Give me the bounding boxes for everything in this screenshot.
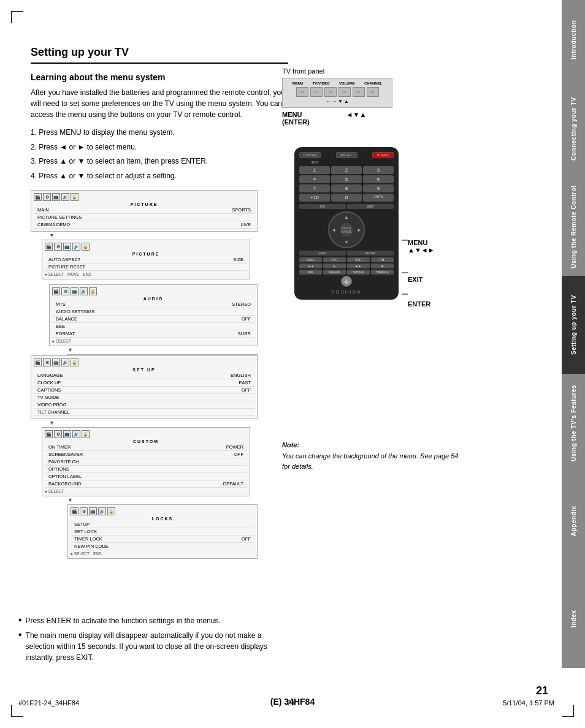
remote-recall-btn[interactable]: RECALL: [336, 152, 358, 158]
bullet-item-2: • The main menu display will disappear a…: [18, 630, 276, 663]
diagram-setup-row-tiltchannel: TILT CHANNEL: [34, 409, 254, 416]
model-label: (E) 34HF84: [270, 697, 315, 707]
menu-enter-label: MENU(ENTER): [282, 111, 310, 126]
exit-annotation: EXIT: [408, 276, 422, 283]
icon-picture-2: 🎬: [45, 243, 53, 251]
footer-left-text: #01E21-24_34HF84: [18, 699, 79, 707]
diagram-setup-row-videoprog: VIDEO PROG: [34, 401, 254, 409]
diagram-picture-nested-row1: AUTO ASPECTSIZE: [45, 256, 247, 264]
diagram-locks-footer: ● SELECTEND: [71, 552, 254, 556]
remote-btn-0[interactable]: 0: [331, 194, 362, 202]
diagram-locks-row-timerlock: TIMER LOCKOFF: [71, 536, 254, 543]
remote-power-circle[interactable]: ⏻: [341, 276, 352, 287]
remote-nav-left[interactable]: ◄: [331, 227, 336, 233]
tv-front-panel-label: TV front panel: [282, 67, 392, 75]
remote-btn-5[interactable]: 5: [331, 175, 362, 183]
remote-btn-6[interactable]: 6: [363, 175, 394, 183]
remote-btn-1[interactable]: 1: [299, 166, 330, 174]
diagram-picture-row-settings: PICTURE SETTINGS: [34, 214, 254, 221]
icon-setup-3: ⚙: [61, 287, 69, 295]
diagram-custom-header: CUSTOM: [45, 439, 247, 444]
icon-lock-5: 🔒: [71, 358, 78, 366]
sidebar-tab-setting[interactable]: Setting up your TV: [562, 276, 585, 374]
remote-exit-btn[interactable]: EXIT: [299, 251, 346, 256]
sidebar-tab-appendix[interactable]: Appendix: [562, 472, 585, 570]
diagram-setup-row-language: LANGUAGEENGLISH: [34, 372, 254, 379]
remote-btn-ch[interactable]: CH/TN: [363, 194, 394, 202]
bullet-text-1: Press ENTER to activate the function set…: [26, 615, 221, 626]
remote-nav-right[interactable]: ►: [357, 227, 362, 233]
diagram-picture-nested-footer: ● SELECTMOVEEND: [45, 272, 247, 276]
remote-rew[interactable]: ◄◄: [299, 264, 322, 268]
diagram-locks-row-setup: SETUP: [71, 521, 254, 528]
bullet-dot-1: •: [18, 615, 22, 626]
sidebar-tab-appendix-label: Appendix: [570, 506, 577, 536]
intro-text: After you have installed the batteries a…: [31, 87, 288, 120]
diagram-audio-row-format: FORMATSURR: [52, 330, 254, 338]
remote-nav-ring: ▲ ▼ ◄ ► MENUAVOME: [328, 211, 365, 248]
remote-nav-area: ▲ ▼ ◄ ► MENUAVOME: [299, 211, 394, 248]
remote-btn-2[interactable]: 2: [331, 166, 362, 174]
icon-picture-6: 🎬: [45, 430, 53, 438]
remote-btn-a[interactable]: PIP: [299, 270, 322, 275]
remote-btn-10[interactable]: +10: [299, 194, 330, 202]
icon-tv-6: 📺: [63, 430, 71, 438]
section-subtitle: Learning about the menu system: [31, 72, 294, 82]
remote-vol-up[interactable]: VOL+: [299, 257, 322, 262]
remote-nav-up[interactable]: ▲: [344, 214, 349, 220]
icon-tv-5: 📺: [52, 358, 60, 366]
remote-btn-3[interactable]: 3: [363, 166, 394, 174]
sidebar-tab-index[interactable]: Index: [562, 570, 585, 668]
diagram-locks-row-setlock: SET LOCK: [71, 528, 254, 536]
remote-btn-d[interactable]: SWP/2-4: [371, 270, 394, 275]
sidebar-tab-introduction-label: Introduction: [570, 20, 577, 59]
remote-illustration: TV/VIDEO RECALL POWER INFO 1 2 3 4 5 6 7…: [294, 147, 399, 300]
tv-tvvideo-btn[interactable]: □: [310, 87, 323, 97]
icon-lock-2: 🔒: [82, 243, 90, 251]
icon-tv-2: 📺: [63, 243, 71, 251]
remote-fav-btn[interactable]: FAV: [299, 204, 346, 209]
diagram-setup: 🎬 ⚙ 📺 🔊 🔒 SET UP LANGUAGEENGLISH CLOCK U…: [31, 355, 258, 419]
tv-panel-diagram: MENU TV/VIDEO VOLUME CHANNEL □ □ □ □ □ □…: [282, 78, 392, 108]
remote-fwd[interactable]: ►►: [347, 264, 370, 268]
diagram-custom-row-optlabel: OPTION LABEL: [45, 473, 247, 480]
remote-btn-b[interactable]: FREEZE: [323, 270, 346, 275]
remote-ch-dn[interactable]: CH-: [371, 257, 394, 262]
sidebar-tab-features[interactable]: Using the TV's Features: [562, 374, 585, 472]
step-2: 2. Press ◄ or ► to select menu.: [31, 141, 288, 154]
section-title: Setting up your TV: [31, 46, 288, 64]
diagram-audio-footer: ● SELECT: [52, 339, 254, 343]
remote-btn-8[interactable]: 8: [331, 184, 362, 192]
remote-stop[interactable]: ■: [371, 264, 394, 268]
sidebar-tab-introduction[interactable]: Introduction: [562, 0, 585, 80]
remote-swap-btn[interactable]: SWP: [347, 204, 394, 209]
tv-vol-dn-btn[interactable]: □: [338, 87, 351, 97]
icon-setup-5: ⚙: [43, 358, 51, 366]
remote-btn-4[interactable]: 4: [299, 175, 330, 183]
tv-vol-up-btn[interactable]: □: [324, 87, 337, 97]
tv-panel-top-labels: MENU TV/VIDEO VOLUME CHANNEL: [288, 82, 387, 85]
sidebar-tab-connecting[interactable]: Connecting your TV: [562, 80, 585, 178]
remote-btn-7[interactable]: 7: [299, 184, 330, 192]
remote-power-btn[interactable]: POWER: [372, 152, 394, 158]
diagram-picture-header: PICTURE: [34, 202, 254, 207]
tv-ch-up-btn[interactable]: □: [353, 87, 365, 97]
remote-vol-dn[interactable]: VOL-: [347, 257, 370, 262]
diagram-audio-row-mts: MTSSTEREO: [52, 301, 254, 308]
remote-btn-c[interactable]: SIZ/SLP: [347, 270, 370, 275]
diagram-audio-row-balance: BALANCEOFF: [52, 316, 254, 323]
remote-top-row: TV/VIDEO RECALL POWER: [299, 152, 394, 158]
remote-tvvideo-btn[interactable]: TV/VIDEO: [299, 152, 321, 158]
note-title: Note:: [282, 441, 460, 449]
note-text: You can change the background of the men…: [282, 451, 460, 471]
tv-ch-dn-btn[interactable]: □: [367, 87, 379, 97]
remote-enter-btn[interactable]: ENTER: [347, 251, 394, 256]
remote-btn-9[interactable]: 9: [363, 184, 394, 192]
diagram-audio-header: AUDIO: [52, 297, 254, 301]
remote-ch-up[interactable]: CH+: [323, 257, 346, 262]
remote-nav-down[interactable]: ▼: [344, 240, 349, 245]
sidebar-tab-remote[interactable]: Using the Remote Control: [562, 178, 585, 276]
remote-play[interactable]: ►: [323, 264, 346, 268]
arrow-down-4: ▼: [67, 497, 270, 503]
tv-menu-btn[interactable]: □: [296, 87, 308, 97]
